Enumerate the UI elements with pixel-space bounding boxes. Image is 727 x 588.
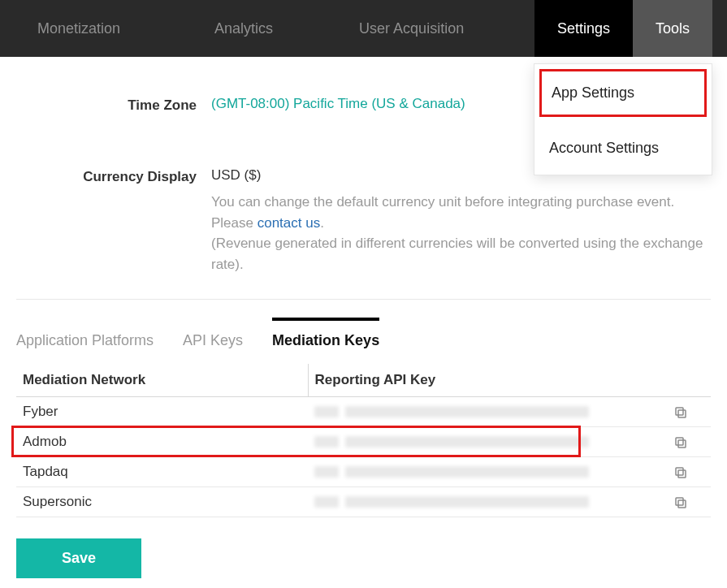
col-mediation-network: Mediation Network bbox=[16, 364, 308, 397]
copy-icon[interactable] bbox=[673, 465, 688, 480]
nav-user-acquisition[interactable]: User Acquisition bbox=[336, 0, 487, 57]
api-key-redacted bbox=[345, 466, 589, 478]
tab-application-platforms[interactable]: Application Platforms bbox=[16, 318, 154, 359]
api-key-redacted bbox=[345, 406, 589, 417]
api-key-redacted bbox=[314, 466, 339, 478]
col-reporting-api-key: Reporting API Key bbox=[308, 364, 711, 397]
api-key-redacted bbox=[314, 436, 339, 447]
svg-rect-0 bbox=[678, 410, 686, 417]
tab-mediation-keys[interactable]: Mediation Keys bbox=[272, 318, 379, 359]
cell-network: Tapdaq bbox=[16, 457, 308, 487]
svg-rect-7 bbox=[676, 498, 683, 505]
value-timezone[interactable]: (GMT-08:00) Pacific Time (US & Canada) bbox=[211, 96, 465, 111]
dropdown-app-settings[interactable]: App Settings bbox=[539, 69, 707, 117]
currency-help-part1b: . bbox=[320, 215, 324, 231]
svg-rect-3 bbox=[676, 438, 683, 445]
nav-analytics[interactable]: Analytics bbox=[192, 0, 296, 57]
table-row: Supersonic bbox=[16, 487, 711, 517]
copy-icon[interactable] bbox=[673, 495, 688, 510]
save-button[interactable]: Save bbox=[16, 538, 141, 578]
table-row: Fyber bbox=[16, 397, 711, 427]
tab-api-keys[interactable]: API Keys bbox=[183, 318, 243, 359]
mediation-table: Mediation Network Reporting API Key Fybe… bbox=[16, 364, 711, 517]
label-timezone: Time Zone bbox=[16, 96, 211, 114]
dropdown-account-settings[interactable]: Account Settings bbox=[534, 122, 712, 175]
currency-help-part2: (Revenue generated in different currenci… bbox=[211, 236, 703, 272]
cell-network: Fyber bbox=[16, 397, 308, 427]
section-divider bbox=[16, 299, 711, 300]
svg-rect-4 bbox=[678, 470, 686, 478]
api-key-redacted bbox=[314, 406, 339, 417]
cell-network: Supersonic bbox=[16, 487, 308, 517]
mediation-table-wrap: Mediation Network Reporting API Key Fybe… bbox=[16, 364, 711, 517]
nav-monetization[interactable]: Monetization bbox=[15, 0, 143, 57]
svg-rect-6 bbox=[678, 500, 686, 508]
top-nav: Monetization Analytics User Acquisition … bbox=[0, 0, 727, 57]
nav-tools[interactable]: Tools bbox=[633, 0, 712, 57]
api-key-redacted bbox=[345, 436, 589, 447]
sub-tabs: Application Platforms API Keys Mediation… bbox=[16, 318, 711, 359]
label-currency: Currency Display bbox=[16, 167, 211, 185]
copy-icon[interactable] bbox=[673, 435, 688, 450]
svg-rect-5 bbox=[676, 468, 683, 475]
copy-icon[interactable] bbox=[673, 405, 688, 420]
svg-rect-1 bbox=[676, 408, 683, 415]
svg-rect-2 bbox=[678, 440, 686, 447]
api-key-redacted bbox=[314, 496, 339, 508]
settings-dropdown: App Settings Account Settings bbox=[534, 63, 712, 175]
currency-help-text: You can change the default currency unit… bbox=[211, 192, 711, 275]
api-key-redacted bbox=[345, 496, 589, 508]
table-row: Admob bbox=[16, 427, 711, 457]
nav-settings[interactable]: Settings bbox=[534, 0, 633, 57]
contact-us-link[interactable]: contact us bbox=[257, 215, 321, 231]
cell-network: Admob bbox=[16, 427, 308, 457]
table-row: Tapdaq bbox=[16, 457, 711, 487]
